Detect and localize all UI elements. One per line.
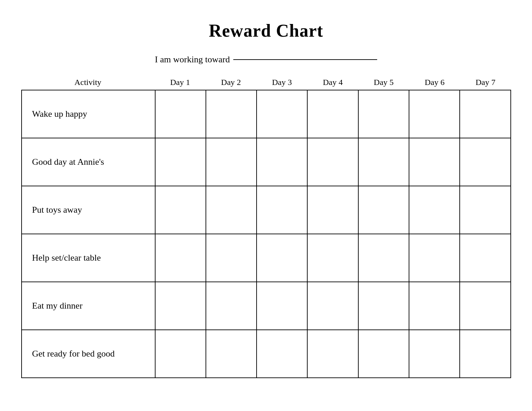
day-cell-row0-day3[interactable] [257, 90, 307, 138]
day-cell-row4-day2[interactable] [206, 282, 257, 330]
day-cell-row1-day2[interactable] [206, 138, 257, 186]
day4-column-header: Day 4 [307, 75, 358, 90]
day-cell-row1-day5[interactable] [358, 138, 409, 186]
day-cell-row0-day7[interactable] [460, 90, 510, 138]
day2-column-header: Day 2 [206, 75, 257, 90]
subtitle-line [233, 59, 377, 60]
day-cell-row1-day3[interactable] [257, 138, 307, 186]
day-cell-row1-day7[interactable] [460, 138, 510, 186]
day-cell-row4-day3[interactable] [257, 282, 307, 330]
day-cell-row1-day1[interactable] [155, 138, 206, 186]
day-cell-row5-day3[interactable] [257, 330, 307, 378]
day-cell-row0-day2[interactable] [206, 90, 257, 138]
activity-cell-3: Help set/clear table [22, 234, 155, 282]
table-row: Get ready for bed good [22, 330, 511, 378]
day-cell-row5-day5[interactable] [358, 330, 409, 378]
day-cell-row2-day5[interactable] [358, 186, 409, 234]
day-cell-row2-day2[interactable] [206, 186, 257, 234]
day-cell-row3-day6[interactable] [409, 234, 460, 282]
day-cell-row3-day3[interactable] [257, 234, 307, 282]
day-cell-row4-day7[interactable] [460, 282, 510, 330]
chart-container: Activity Day 1 Day 2 Day 3 Day 4 Day 5 D… [21, 75, 511, 378]
day5-column-header: Day 5 [358, 75, 409, 90]
day1-column-header: Day 1 [155, 75, 206, 90]
day-cell-row3-day5[interactable] [358, 234, 409, 282]
chart-header-row: Activity Day 1 Day 2 Day 3 Day 4 Day 5 D… [21, 75, 511, 90]
day-cell-row3-day1[interactable] [155, 234, 206, 282]
day-cell-row0-day6[interactable] [409, 90, 460, 138]
day7-column-header: Day 7 [460, 75, 511, 90]
activity-cell-4: Eat my dinner [22, 282, 155, 330]
day-cell-row3-day7[interactable] [460, 234, 510, 282]
day6-column-header: Day 6 [409, 75, 460, 90]
day-cell-row1-day6[interactable] [409, 138, 460, 186]
day-cell-row0-day1[interactable] [155, 90, 206, 138]
day-cell-row2-day3[interactable] [257, 186, 307, 234]
day-cell-row0-day4[interactable] [307, 90, 358, 138]
activity-column-header: Activity [21, 75, 155, 90]
day-cell-row4-day1[interactable] [155, 282, 206, 330]
activity-cell-0: Wake up happy [22, 90, 155, 138]
day-cell-row3-day4[interactable] [307, 234, 358, 282]
activity-cell-1: Good day at Annie's [22, 138, 155, 186]
day-cell-row4-day6[interactable] [409, 282, 460, 330]
day-cell-row0-day5[interactable] [358, 90, 409, 138]
day-cell-row1-day4[interactable] [307, 138, 358, 186]
day-cell-row4-day5[interactable] [358, 282, 409, 330]
day-cell-row3-day2[interactable] [206, 234, 257, 282]
day-cell-row2-day1[interactable] [155, 186, 206, 234]
table-row: Good day at Annie's [22, 138, 511, 186]
day-cell-row2-day4[interactable] [307, 186, 358, 234]
subtitle-label: I am working toward [155, 54, 230, 65]
reward-chart-table: Wake up happyGood day at Annie'sPut toys… [21, 90, 511, 378]
activity-cell-5: Get ready for bed good [22, 330, 155, 378]
table-row: Wake up happy [22, 90, 511, 138]
day3-column-header: Day 3 [257, 75, 308, 90]
day-cell-row5-day6[interactable] [409, 330, 460, 378]
day-cell-row5-day4[interactable] [307, 330, 358, 378]
activity-cell-2: Put toys away [22, 186, 155, 234]
table-row: Put toys away [22, 186, 511, 234]
day-cell-row2-day7[interactable] [460, 186, 510, 234]
day-cell-row5-day2[interactable] [206, 330, 257, 378]
day-cell-row2-day6[interactable] [409, 186, 460, 234]
table-row: Help set/clear table [22, 234, 511, 282]
day-cell-row5-day1[interactable] [155, 330, 206, 378]
subtitle-row: I am working toward [155, 54, 377, 65]
table-row: Eat my dinner [22, 282, 511, 330]
day-cell-row5-day7[interactable] [460, 330, 510, 378]
day-cell-row4-day4[interactable] [307, 282, 358, 330]
page-title: Reward Chart [209, 21, 323, 41]
